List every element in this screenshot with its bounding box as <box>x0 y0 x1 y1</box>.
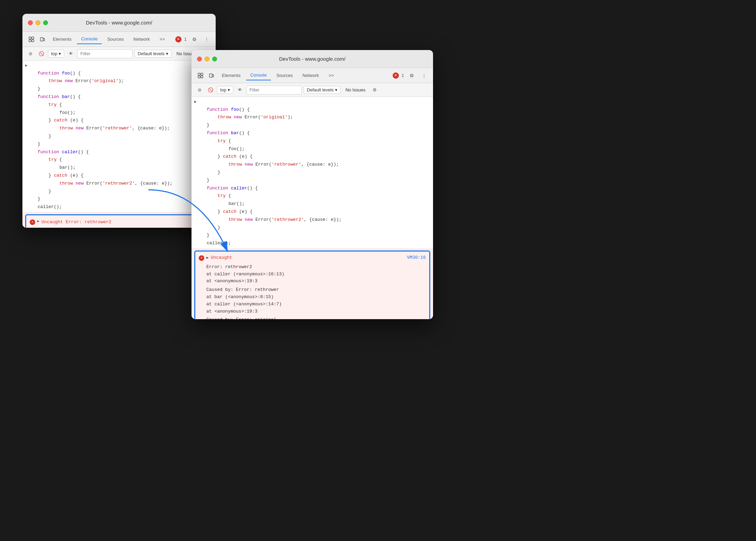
error-area-1: ✕ ▶ Uncaught Error: rethrower2 at caller… <box>22 213 216 228</box>
expand-arrow-1[interactable]: ▶ <box>25 63 28 69</box>
tabbar-1: Elements Console Sources Network >> ✕ 1 … <box>22 32 216 47</box>
top-dropdown-1[interactable]: top ▾ <box>48 50 64 58</box>
vm-link[interactable]: VM30:16 <box>407 254 426 262</box>
svg-rect-2 <box>29 40 31 42</box>
code-line-2-5: try { <box>192 137 433 145</box>
error-icon-1: ✕ <box>30 219 35 225</box>
default-levels-chevron-1: ▾ <box>166 51 168 56</box>
cause1-header: Caused by: Error: rethrower <box>206 286 426 294</box>
console-area-2: ▶ function foo() { throw new Error('orig… <box>192 97 433 319</box>
error-area-2: ✕ ▶ Uncaught VM30:16 Error: rethrower2 a… <box>192 249 433 319</box>
code-line-2-13: bar(); <box>192 200 433 208</box>
svg-rect-7 <box>198 73 200 75</box>
window-title-1: DevTools - www.google.com/ <box>86 20 153 26</box>
code-line-1: function foo() { <box>22 70 216 78</box>
error-line-1: ✕ ▶ Uncaught Error: rethrower2 <box>26 217 212 228</box>
more-icon-1[interactable]: ⋮ <box>202 35 212 44</box>
tab-more-1[interactable]: >> <box>155 35 169 44</box>
top-chevron-1: ▾ <box>59 51 61 56</box>
device-icon-2[interactable] <box>207 71 216 80</box>
tab-sources-2[interactable]: Sources <box>272 71 297 80</box>
code-line-17: } <box>22 195 216 203</box>
code-line-16: } <box>22 188 216 196</box>
code-line-12: try { <box>22 156 216 164</box>
expand-arrow-2[interactable]: ▶ <box>194 99 197 105</box>
code-line-2-15: throw new Error('rethrower2', {cause: e}… <box>192 216 433 224</box>
error-message-1: Uncaught Error: rethrower2 <box>41 219 111 226</box>
code-line-2-11: function caller() { <box>192 185 433 193</box>
error-icon-2: ✕ <box>199 255 204 261</box>
inspect-icon-1[interactable] <box>27 35 36 44</box>
devtools-window-1: DevTools - www.google.com/ Elements Cons… <box>22 14 216 228</box>
code-line-13: bar(); <box>22 164 216 172</box>
titlebar-1: DevTools - www.google.com/ <box>22 14 216 32</box>
eye-btn-2[interactable]: 👁 <box>235 86 244 95</box>
traffic-lights-2 <box>197 57 217 61</box>
err-line-3: at <anonymous>:19:3 <box>206 278 426 285</box>
titlebar-2: DevTools - www.google.com/ <box>192 50 433 68</box>
default-levels-chevron-2: ▾ <box>335 87 337 92</box>
settings-icon-2[interactable]: ⚙ <box>407 71 416 80</box>
expanded-error-header: ✕ ▶ Uncaught VM30:16 <box>195 253 429 263</box>
top-dropdown-2[interactable]: top ▾ <box>217 86 233 94</box>
svg-rect-3 <box>32 40 34 42</box>
code-line-2-8: throw new Error('rethrower', {cause: e})… <box>192 161 433 169</box>
filter-input-2[interactable] <box>246 86 302 95</box>
close-button-2[interactable] <box>197 57 202 61</box>
more-icon-2[interactable]: ⋮ <box>419 71 429 80</box>
traffic-lights-1 <box>28 20 48 25</box>
window-title-2: DevTools - www.google.com/ <box>279 56 346 62</box>
cause1-line-3: at <anonymous>:19:3 <box>206 308 426 315</box>
code-line-2-7: } catch (e) { <box>192 153 433 161</box>
code-line-15: throw new Error('rethrower2', {cause: e}… <box>22 180 216 188</box>
default-levels-1[interactable]: Default levels ▾ <box>135 50 171 58</box>
error-count-1: 1 <box>184 37 187 42</box>
code-line-2-9: } <box>192 169 433 177</box>
maximize-button-1[interactable] <box>43 20 48 25</box>
clear-btn-2[interactable]: ⊘ <box>195 86 204 95</box>
device-icon-1[interactable] <box>38 35 47 44</box>
code-line-2-16: } <box>192 224 433 232</box>
maximize-button-2[interactable] <box>212 57 217 61</box>
tab-console-1[interactable]: Console <box>77 34 102 44</box>
minimize-button-2[interactable] <box>205 57 209 61</box>
code-line-6: foo(); <box>22 109 216 117</box>
settings-icon-1[interactable]: ⚙ <box>189 35 199 44</box>
close-button-1[interactable] <box>28 20 33 25</box>
error-highlight-box-1: ✕ ▶ Uncaught Error: rethrower2 at caller… <box>25 214 213 228</box>
code-line-2-14: } catch (e) { <box>192 208 433 216</box>
expand-icon-2[interactable]: ▶ <box>206 255 209 261</box>
filter-btn-2[interactable]: 🚫 <box>206 86 215 95</box>
code-line-8: throw new Error('rethrower', {cause: e})… <box>22 125 216 132</box>
tab-console-2[interactable]: Console <box>246 70 271 80</box>
tab-more-2[interactable]: >> <box>324 71 338 80</box>
tab-sources-1[interactable]: Sources <box>103 35 128 44</box>
filter-btn-1[interactable]: 🚫 <box>37 49 46 58</box>
clear-btn-1[interactable]: ⊘ <box>26 49 35 58</box>
code-line-18: caller(); <box>22 203 216 211</box>
error-expand-1[interactable]: ▶ <box>37 219 39 224</box>
tab-right-1: ✕ 1 ⚙ ⋮ <box>175 35 212 44</box>
code-line-2-6: foo(); <box>192 145 433 153</box>
inspect-icon-2[interactable] <box>196 71 205 80</box>
tab-network-2[interactable]: Network <box>298 71 323 80</box>
svg-rect-9 <box>198 76 200 78</box>
no-issues-2: No Issues <box>343 86 368 94</box>
svg-rect-0 <box>29 37 31 39</box>
code-line-10: } <box>22 140 216 148</box>
code-line-2-1: function foo() { <box>192 106 433 114</box>
default-levels-2[interactable]: Default levels ▾ <box>304 86 341 94</box>
code-line-5: try { <box>22 101 216 109</box>
default-levels-label-2: Default levels <box>307 87 334 92</box>
tab-elements-2[interactable]: Elements <box>218 71 245 80</box>
error-badge-2: ✕ <box>393 72 399 79</box>
filter-input-1[interactable] <box>77 49 132 58</box>
tab-elements-1[interactable]: Elements <box>49 35 76 44</box>
minimize-button-1[interactable] <box>36 20 40 25</box>
eye-btn-1[interactable]: 👁 <box>66 49 75 58</box>
default-levels-label-1: Default levels <box>138 51 165 56</box>
tab-network-1[interactable]: Network <box>129 35 154 44</box>
top-label-1: top <box>51 51 57 56</box>
toolbar-2: ⊘ 🚫 top ▾ 👁 Default levels ▾ No Issues ⚙ <box>192 83 433 97</box>
settings-gear-2[interactable]: ⚙ <box>370 86 379 95</box>
